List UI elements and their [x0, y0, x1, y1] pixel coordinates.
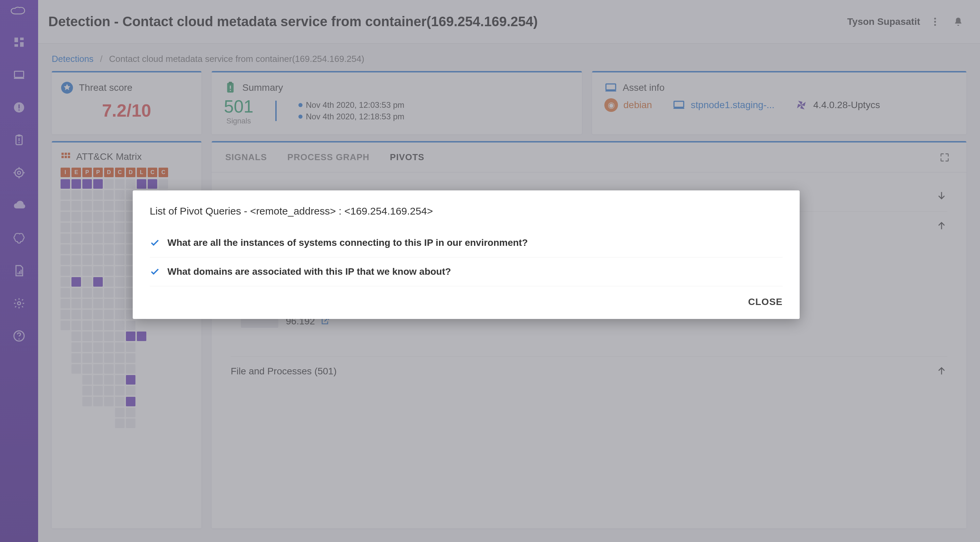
check-icon — [150, 266, 160, 277]
modal-title: List of Pivot Queries - <remote_address>… — [150, 205, 783, 217]
pivot-query-row[interactable]: What domains are associated with this IP… — [150, 257, 783, 286]
check-icon — [150, 238, 160, 248]
pivot-queries-modal: List of Pivot Queries - <remote_address>… — [133, 190, 800, 319]
pivot-query-text: What domains are associated with this IP… — [167, 266, 451, 277]
close-button[interactable]: CLOSE — [748, 296, 783, 307]
modal-overlay[interactable]: List of Pivot Queries - <remote_address>… — [0, 0, 980, 542]
pivot-query-row[interactable]: What are all the instances of systems co… — [150, 228, 783, 257]
pivot-query-text: What are all the instances of systems co… — [167, 237, 528, 248]
